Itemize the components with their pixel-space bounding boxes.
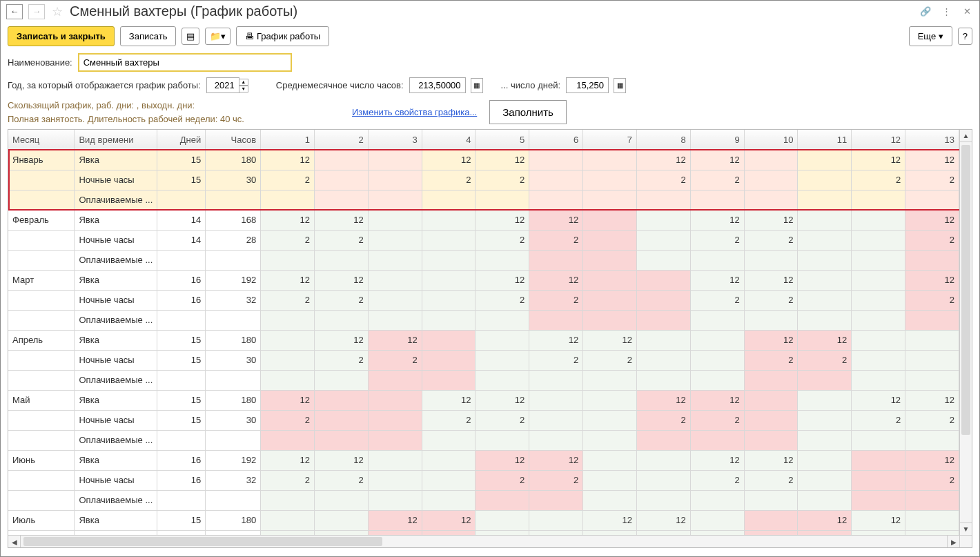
day-cell[interactable]: 12 [261, 450, 315, 470]
calc-days-button[interactable]: ▦ [614, 78, 626, 93]
day-cell[interactable]: 12 [476, 450, 529, 470]
day-cell[interactable]: 2 [529, 350, 583, 370]
table-row[interactable]: Оплачиваемые ... [8, 370, 959, 390]
col-day-12[interactable]: 12 [852, 130, 905, 150]
day-cell[interactable]: 12 [476, 210, 529, 230]
day-cell[interactable] [798, 390, 852, 410]
day-cell[interactable] [368, 230, 422, 250]
day-cell[interactable] [636, 470, 690, 490]
name-input[interactable] [78, 53, 292, 72]
hscroll-thumb[interactable] [23, 537, 382, 546]
table-row[interactable]: Ночные часы15302222222 [8, 410, 959, 430]
col-day-2[interactable]: 2 [315, 130, 369, 150]
day-cell[interactable] [636, 230, 690, 250]
day-cell[interactable]: 12 [690, 150, 744, 170]
col-day-9[interactable]: 9 [690, 130, 744, 150]
day-cell[interactable] [368, 430, 422, 450]
day-cell[interactable]: 2 [690, 410, 744, 430]
day-cell[interactable]: 12 [690, 450, 744, 470]
day-cell[interactable] [422, 190, 476, 210]
day-cell[interactable]: 12 [744, 270, 798, 290]
day-cell[interactable]: 12 [636, 150, 690, 170]
day-cell[interactable] [798, 450, 852, 470]
table-row[interactable]: МартЯвка1619212121212121212 [8, 270, 959, 290]
day-cell[interactable] [476, 490, 529, 510]
day-cell[interactable] [261, 530, 315, 535]
day-cell[interactable] [798, 170, 852, 190]
day-cell[interactable] [422, 250, 476, 270]
day-cell[interactable]: 12 [261, 390, 315, 410]
day-cell[interactable] [690, 190, 744, 210]
day-cell[interactable] [315, 530, 369, 535]
day-cell[interactable]: 12 [476, 270, 529, 290]
day-cell[interactable]: 12 [476, 150, 529, 170]
day-cell[interactable] [476, 330, 529, 350]
table-row[interactable]: Ночные часы1530222222 [8, 530, 959, 535]
day-cell[interactable]: 2 [690, 290, 744, 310]
col-day-3[interactable]: 3 [368, 130, 422, 150]
day-cell[interactable]: 2 [315, 470, 369, 490]
day-cell[interactable]: 12 [529, 450, 583, 470]
day-cell[interactable] [315, 390, 369, 410]
day-cell[interactable] [583, 470, 637, 490]
day-cell[interactable]: 12 [261, 270, 315, 290]
day-cell[interactable]: 2 [529, 230, 583, 250]
day-cell[interactable]: 2 [261, 410, 315, 430]
day-cell[interactable]: 2 [476, 230, 529, 250]
day-cell[interactable]: 12 [529, 270, 583, 290]
day-cell[interactable] [368, 290, 422, 310]
calc-hours-button[interactable]: ▦ [471, 78, 483, 93]
day-cell[interactable] [368, 170, 422, 190]
day-cell[interactable] [905, 530, 959, 535]
day-cell[interactable] [636, 210, 690, 230]
day-cell[interactable] [583, 450, 637, 470]
table-row[interactable]: ЯнварьЯвка1518012121212121212 [8, 150, 959, 170]
day-cell[interactable]: 2 [798, 350, 852, 370]
day-cell[interactable] [798, 230, 852, 250]
day-cell[interactable]: 2 [476, 290, 529, 310]
day-cell[interactable] [744, 410, 798, 430]
day-cell[interactable] [798, 490, 852, 510]
year-input[interactable] [206, 77, 239, 93]
day-cell[interactable]: 2 [744, 470, 798, 490]
day-cell[interactable]: 2 [261, 170, 315, 190]
day-cell[interactable] [852, 210, 905, 230]
day-cell[interactable]: 12 [798, 330, 852, 350]
day-cell[interactable] [852, 450, 905, 470]
day-cell[interactable] [583, 310, 637, 330]
day-cell[interactable] [852, 250, 905, 270]
more-button[interactable]: Еще ▾ [909, 26, 952, 46]
day-cell[interactable] [636, 330, 690, 350]
day-cell[interactable]: 12 [636, 390, 690, 410]
day-cell[interactable] [744, 430, 798, 450]
col-day-13[interactable]: 13 [905, 130, 959, 150]
day-cell[interactable] [261, 190, 315, 210]
day-cell[interactable] [261, 330, 315, 350]
day-cell[interactable]: 12 [636, 510, 690, 530]
day-cell[interactable] [798, 370, 852, 390]
day-cell[interactable] [583, 250, 637, 270]
day-cell[interactable]: 2 [422, 410, 476, 430]
day-cell[interactable] [690, 330, 744, 350]
day-cell[interactable] [422, 330, 476, 350]
day-cell[interactable]: 2 [368, 530, 422, 535]
day-cell[interactable]: 2 [905, 230, 959, 250]
col-day-1[interactable]: 1 [261, 130, 315, 150]
day-cell[interactable]: 12 [583, 330, 637, 350]
day-cell[interactable] [529, 530, 583, 535]
day-cell[interactable] [905, 490, 959, 510]
schedule-button[interactable]: 🖶 График работы [236, 26, 329, 46]
day-cell[interactable]: 2 [905, 170, 959, 190]
day-cell[interactable] [744, 510, 798, 530]
day-cell[interactable] [368, 210, 422, 230]
vscroll-thumb[interactable] [961, 145, 970, 435]
col-day-8[interactable]: 8 [636, 130, 690, 150]
day-cell[interactable] [583, 290, 637, 310]
day-cell[interactable] [798, 190, 852, 210]
day-cell[interactable] [529, 150, 583, 170]
day-cell[interactable] [422, 470, 476, 490]
day-cell[interactable] [529, 510, 583, 530]
day-cell[interactable] [261, 250, 315, 270]
day-cell[interactable] [852, 230, 905, 250]
day-cell[interactable] [905, 190, 959, 210]
